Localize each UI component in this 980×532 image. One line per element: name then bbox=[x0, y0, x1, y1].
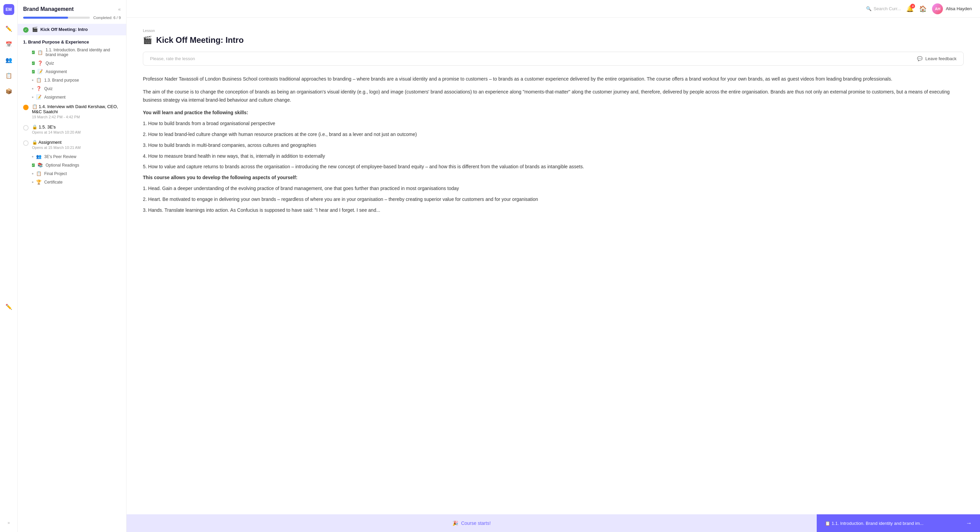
sidebar-header: Brand Management « bbox=[18, 0, 126, 16]
notification-button[interactable]: 🔔 4 bbox=[906, 5, 914, 13]
interview-icon: 📋 bbox=[32, 104, 37, 109]
quiz2-label: Quiz bbox=[44, 86, 53, 91]
peer-review-label: 3E's Peer Review bbox=[44, 154, 76, 159]
rail-box-icon[interactable]: 📦 bbox=[4, 86, 14, 96]
assignment3-icon: 🔒 bbox=[32, 140, 37, 145]
content-area: Lesson 🎬 Kick Off Meeting: Intro Please,… bbox=[127, 17, 980, 532]
status-dot-3es bbox=[23, 125, 29, 130]
home-button[interactable]: 🏠 bbox=[919, 5, 927, 13]
status-dot-assignment1: ✓ bbox=[32, 70, 35, 73]
sidebar-collapse-button[interactable]: « bbox=[118, 6, 121, 12]
sidebar-item-optional-readings[interactable]: ✓ 📚 Optional Readings bbox=[18, 161, 126, 169]
assignment2-label: Assignment bbox=[44, 95, 66, 100]
sidebar-item-certificate[interactable]: 🏆 Certificate bbox=[18, 178, 126, 186]
sidebar-item-3es[interactable]: 🔒 1.5. 3E's Opens at 14 March 10:20 AM bbox=[18, 122, 126, 137]
sidebar-item-quiz1[interactable]: ✓ ❓ Quiz bbox=[18, 59, 126, 67]
rail-users-icon[interactable]: 👥 bbox=[4, 55, 14, 65]
bottom-banner: 🎉 Course starts! 📋 1.1. Introduction. Br… bbox=[127, 515, 980, 532]
aspect-item-3: 3. Hands. Translate learnings into actio… bbox=[143, 206, 964, 214]
assignment2-icon: 📝 bbox=[36, 95, 41, 100]
assignment1-label: Assignment bbox=[46, 69, 67, 74]
rail-expand-button[interactable]: » bbox=[5, 518, 13, 528]
assignment1-icon: 📝 bbox=[37, 69, 43, 74]
interview-label: 1.4. Interview with David Kershaw, CEO, … bbox=[32, 104, 118, 114]
user-name: Alisa Hayden bbox=[946, 6, 972, 11]
aspect-item-1: 1. Head. Gain a deeper understanding of … bbox=[143, 184, 964, 193]
feedback-bar: Please, rate the lesson 💬 Leave feedback bbox=[143, 52, 964, 66]
certificate-label: Certificate bbox=[44, 180, 63, 184]
3es-label: 1.5. 3E's bbox=[39, 124, 56, 130]
brand-purpose-label: 1.3. Brand purpose bbox=[44, 78, 79, 83]
skill-item-3: 3. How to build brands in multi-brand co… bbox=[143, 141, 964, 149]
intro-icon: 📋 bbox=[37, 50, 43, 55]
aspects-heading: This course allows you to develop the fo… bbox=[143, 174, 964, 182]
3es-icon: 🔒 bbox=[32, 124, 37, 130]
body-paragraph-1: Professor Nader Tavassoli of London Busi… bbox=[143, 75, 964, 83]
lesson-title-icon: 🎬 bbox=[143, 36, 152, 44]
status-dot-quiz2 bbox=[32, 88, 33, 89]
progress-bar-fill bbox=[23, 17, 68, 19]
interview-time: 19 March 2:42 PM - 4:42 PM bbox=[32, 115, 121, 119]
quiz1-label: Quiz bbox=[46, 61, 54, 66]
sidebar-item-assignment3[interactable]: 🔒 Assignment Opens at 15 March 10:21 AM bbox=[18, 137, 126, 152]
status-dot-optional-readings: ✓ bbox=[32, 164, 35, 167]
lesson-title-row: 🎬 Kick Off Meeting: Intro bbox=[143, 35, 964, 45]
feedback-icon: 💬 bbox=[917, 56, 923, 61]
final-project-label: Final Project bbox=[44, 172, 67, 176]
banner-left-icon: 🎉 bbox=[452, 521, 458, 526]
progress-label: Completed: 6 / 9 bbox=[93, 16, 121, 20]
sidebar-item-kickoff[interactable]: ✓ 🎬 Kick Off Meeting: Intro bbox=[18, 24, 126, 35]
quiz2-icon: ❓ bbox=[36, 86, 41, 91]
avatar: AH bbox=[932, 3, 943, 14]
section-header-brand-purpose: 1. Brand Purpose & Experience bbox=[18, 35, 126, 46]
feedback-label: Leave feedback bbox=[925, 56, 956, 61]
skills-heading: You will learn and practice the followin… bbox=[143, 109, 964, 117]
status-dot-assignment2 bbox=[32, 97, 33, 98]
rail-pen-icon[interactable]: ✏️ bbox=[4, 302, 14, 312]
body-paragraph-2: The aim of the course is to change the c… bbox=[143, 88, 964, 104]
sidebar-content: ✓ 🎬 Kick Off Meeting: Intro 1. Brand Pur… bbox=[18, 24, 126, 532]
banner-right-button[interactable]: 📋 1.1. Introduction. Brand identity and … bbox=[817, 515, 980, 532]
kickoff-label: Kick Off Meeting: Intro bbox=[40, 27, 88, 32]
peer-review-icon: 👥 bbox=[36, 154, 41, 159]
sidebar-item-assignment1[interactable]: ✓ 📝 Assignment bbox=[18, 67, 126, 76]
sidebar-item-quiz2[interactable]: ❓ Quiz bbox=[18, 84, 126, 93]
top-header: 🔍 Search Curr... 🔔 4 🏠 AH Alisa Hayden bbox=[127, 0, 980, 17]
app-logo[interactable]: EM bbox=[3, 4, 14, 15]
search-icon: 🔍 bbox=[866, 6, 872, 11]
certificate-icon: 🏆 bbox=[36, 179, 41, 184]
sidebar-title: Brand Management bbox=[23, 6, 73, 12]
sidebar-item-interview[interactable]: 📋 1.4. Interview with David Kershaw, CEO… bbox=[18, 101, 126, 122]
user-area[interactable]: AH Alisa Hayden bbox=[932, 3, 972, 14]
aspect-item-2: 2. Heart. Be motivated to engage in deli… bbox=[143, 195, 964, 203]
skill-item-4: 4. How to measure brand health in new wa… bbox=[143, 152, 964, 160]
optional-readings-label: Optional Readings bbox=[46, 163, 79, 168]
optional-readings-icon: 📚 bbox=[37, 162, 43, 168]
search-area[interactable]: 🔍 Search Curr... bbox=[866, 6, 901, 11]
rail-courses-icon[interactable]: 📋 bbox=[4, 71, 14, 80]
sidebar-item-brand-purpose[interactable]: 📋 1.3. Brand purpose bbox=[18, 76, 126, 84]
lesson-title: Kick Off Meeting: Intro bbox=[156, 35, 243, 45]
icon-rail: EM ✏️ 📅 👥 📋 📦 ✏️ » bbox=[0, 0, 18, 532]
leave-feedback-button[interactable]: 💬 Leave feedback bbox=[917, 56, 956, 61]
status-dot-final-project bbox=[32, 173, 33, 175]
progress-bar-container: Completed: 6 / 9 bbox=[18, 16, 126, 24]
rail-edit-icon[interactable]: ✏️ bbox=[4, 24, 14, 33]
next-lesson-icon: 📋 bbox=[825, 521, 830, 526]
status-dot-brand-purpose bbox=[32, 79, 33, 81]
banner-left-label: Course starts! bbox=[461, 521, 490, 526]
banner-left: 🎉 Course starts! bbox=[127, 515, 817, 532]
skill-item-1: 1. How to build brands from a broad orga… bbox=[143, 120, 964, 128]
status-dot-intro: ✓ bbox=[32, 51, 35, 54]
sidebar-item-final-project[interactable]: 📋 Final Project bbox=[18, 169, 126, 178]
sidebar-item-assignment2[interactable]: 📝 Assignment bbox=[18, 93, 126, 101]
lesson-section-label: Lesson bbox=[143, 29, 964, 33]
rail-calendar-icon[interactable]: 📅 bbox=[4, 40, 14, 49]
banner-right-label: 📋 1.1. Introduction. Brand identity and … bbox=[825, 521, 924, 526]
main-area: 🔍 Search Curr... 🔔 4 🏠 AH Alisa Hayden L… bbox=[127, 0, 980, 532]
sidebar-item-peer-review[interactable]: 👥 3E's Peer Review bbox=[18, 152, 126, 161]
3es-open-time: Opens at 14 March 10:20 AM bbox=[32, 130, 121, 134]
status-dot-kickoff: ✓ bbox=[23, 27, 29, 33]
status-dot-quiz1: ✓ bbox=[32, 62, 35, 65]
sidebar-item-intro[interactable]: ✓ 📋 1.1. Introduction. Brand identity an… bbox=[18, 46, 126, 59]
